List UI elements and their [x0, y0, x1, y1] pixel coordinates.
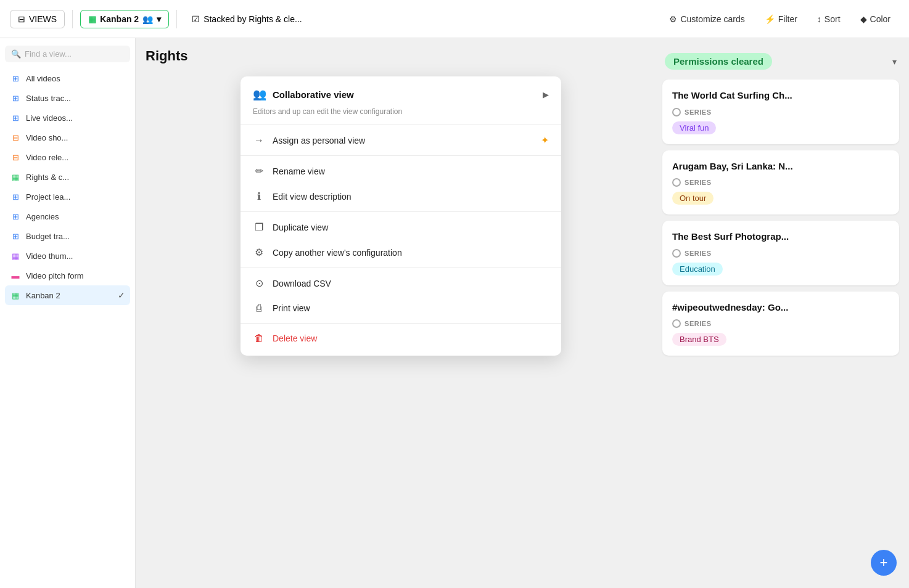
dropdown-item-duplicate[interactable]: ❐ Duplicate view [241, 214, 561, 240]
dropdown-header-label: Collaborative view [273, 89, 537, 100]
pencil-icon: ✏ [253, 165, 265, 177]
people-icon: 👥 [142, 14, 153, 24]
grid-icon: ⊞ [10, 112, 21, 123]
sidebar-item-label: Rights & c... [26, 173, 69, 182]
card-title: Arugam Bay, Sri Lanka: N... [672, 160, 889, 173]
card-tag: Education [672, 263, 723, 276]
kanban-icon: ▦ [10, 290, 21, 301]
info-icon: ℹ [253, 190, 265, 202]
sidebar-item-video-shots[interactable]: ⊟ Video sho... [5, 128, 130, 147]
sidebar-item-label: Video thum... [26, 251, 73, 261]
form-icon: ▬ [10, 270, 21, 281]
toolbar-divider-2 [176, 10, 177, 28]
dropdown-item-print[interactable]: ⎙ Print view [241, 296, 561, 321]
dropdown-item-label: Delete view [273, 333, 317, 343]
column-chevron-icon[interactable]: ▾ [892, 57, 897, 67]
color-label: Color [870, 14, 890, 24]
gallery-icon: ▦ [10, 250, 21, 261]
dropdown-divider [241, 155, 561, 156]
card-series-label: SERIES [685, 179, 712, 186]
permissions-cleared-column: Permissions cleared ▾ The World Cat Surf… [662, 38, 909, 588]
print-icon: ⎙ [253, 303, 265, 314]
sidebar-item-label: Live videos... [26, 113, 73, 123]
dropdown-item-rename[interactable]: ✏ Rename view [241, 158, 561, 184]
meta-dot [672, 249, 681, 258]
sort-button[interactable]: ↕ Sort [808, 10, 849, 28]
sort-icon: ↕ [817, 14, 821, 24]
form-icon: ⊟ [10, 132, 21, 143]
sidebar-item-label: Video sho... [26, 133, 68, 142]
dropdown-divider [241, 211, 561, 212]
stacked-button[interactable]: ☑ Stacked by Rights & cle... [184, 10, 310, 28]
sidebar-item-all-videos[interactable]: ⊞ All videos [5, 68, 130, 88]
meta-dot [672, 319, 681, 328]
grid-icon: ⊞ [10, 231, 21, 242]
sidebar-item-status-tracker[interactable]: ⊞ Status trac... [5, 88, 130, 108]
kanban-card[interactable]: #wipeoutwednesday: Go... SERIES Brand BT… [662, 292, 899, 356]
dropdown-item-edit-description[interactable]: ℹ Edit view description [241, 184, 561, 209]
dropdown-subtitle: Editors and up can edit the view configu… [241, 107, 561, 122]
color-icon: ◆ [860, 14, 867, 24]
sidebar-item-rights[interactable]: ▦ Rights & c... [5, 167, 130, 187]
customize-label: Customize cards [680, 14, 744, 24]
card-tag: Viral fun [672, 121, 716, 134]
sidebar-item-video-thumbnail[interactable]: ▦ Video thum... [5, 246, 130, 266]
chevron-down-icon: ▾ [157, 14, 161, 24]
dropdown-item-label: Print view [273, 303, 310, 313]
search-bar[interactable]: 🔍 Find a view... [5, 46, 130, 62]
collaborative-icon: 👥 [253, 88, 266, 101]
sort-label: Sort [825, 14, 841, 24]
customize-cards-button[interactable]: ⚙ Customize cards [660, 10, 753, 28]
kanban-card[interactable]: Arugam Bay, Sri Lanka: N... SERIES On to… [662, 150, 899, 215]
dropdown-item-copy-config[interactable]: ⚙ Copy another view's configuration [241, 240, 561, 265]
dropdown-divider [241, 125, 561, 125]
toolbar-right: ⚙ Customize cards ⚡ Filter ↕ Sort ◆ Colo… [660, 10, 899, 28]
kanban-icon: ▦ [88, 14, 96, 24]
dropdown-item-label: Copy another view's configuration [273, 248, 402, 258]
sidebar-item-label: Status trac... [26, 94, 71, 103]
dropdown-item-label: Edit view description [273, 192, 352, 202]
kanban-card[interactable]: The World Cat Surfing Ch... SERIES Viral… [662, 80, 899, 144]
sidebar-item-budget-tracker[interactable]: ⊞ Budget tra... [5, 226, 130, 246]
sidebar-item-kanban2[interactable]: ▦ Kanban 2 ✓ [5, 285, 130, 305]
color-button[interactable]: ◆ Color [852, 10, 899, 28]
card-tag: On tour [672, 192, 714, 205]
duplicate-icon: ❐ [253, 221, 265, 233]
sidebar-item-label: Agencies [26, 212, 59, 221]
kanban-button[interactable]: ▦ Kanban 2 👥 ▾ [80, 10, 169, 28]
grid-icon: ⊞ [10, 191, 21, 202]
card-title: #wipeoutwednesday: Go... [672, 301, 889, 314]
sidebar-item-label: Project lea... [26, 192, 70, 202]
sidebar-item-label: Kanban 2 [26, 291, 60, 300]
column-header: Permissions cleared ▾ [662, 48, 899, 75]
dropdown-item-download-csv[interactable]: ⊙ Download CSV [241, 271, 561, 296]
filter-button[interactable]: ⚡ Filter [756, 10, 806, 28]
stacked-label: Stacked by Rights & cle... [204, 14, 302, 24]
dropdown-divider [241, 323, 561, 324]
grid-icon: ⊞ [10, 92, 21, 104]
kanban-card[interactable]: The Best Surf Photograp... SERIES Educat… [662, 221, 899, 285]
sidebar-item-video-pitch[interactable]: ▬ Video pitch form [5, 266, 130, 285]
card-title: The World Cat Surfing Ch... [672, 89, 889, 102]
sidebar-item-project-lead[interactable]: ⊞ Project lea... [5, 187, 130, 206]
sidebar-item-label: Video rele... [26, 153, 68, 162]
sidebar: 🔍 Find a view... ⊞ All videos ⊞ Status t… [0, 38, 136, 588]
rights-column-header: Rights [136, 48, 197, 67]
views-button[interactable]: ⊟ VIEWS [10, 10, 65, 28]
download-icon: ⊙ [253, 277, 265, 289]
dropdown-item-label: Assign as personal view [273, 136, 365, 145]
dropdown-item-delete[interactable]: 🗑 Delete view [241, 326, 561, 351]
grid-icon: ⊞ [10, 211, 21, 222]
sidebar-item-video-releases[interactable]: ⊟ Video rele... [5, 147, 130, 167]
sidebar-item-label: Budget tra... [26, 232, 70, 241]
sidebar-item-label: All videos [26, 74, 60, 83]
add-card-button[interactable]: + [871, 550, 897, 576]
dropdown-header[interactable]: 👥 Collaborative view ▶ [241, 81, 561, 107]
dropdown-item-assign-personal[interactable]: → Assign as personal view ✦ [241, 128, 561, 153]
card-meta: SERIES [672, 178, 889, 187]
toolbar-divider-1 [72, 10, 73, 28]
grid-icon: ⊞ [10, 73, 21, 84]
toolbar: ⊟ VIEWS ▦ Kanban 2 👥 ▾ ☑ Stacked by Righ… [0, 0, 909, 38]
sidebar-item-agencies[interactable]: ⊞ Agencies [5, 206, 130, 226]
sidebar-item-live-videos[interactable]: ⊞ Live videos... [5, 108, 130, 128]
